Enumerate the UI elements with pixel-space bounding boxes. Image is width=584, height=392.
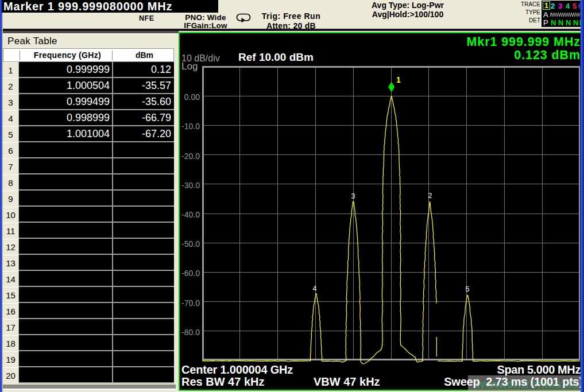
svg-text:5: 5 xyxy=(466,285,470,293)
svg-text:3: 3 xyxy=(351,192,355,200)
svg-text:1: 1 xyxy=(396,75,401,84)
svg-text:2: 2 xyxy=(428,192,432,200)
svg-text:4: 4 xyxy=(313,285,317,293)
